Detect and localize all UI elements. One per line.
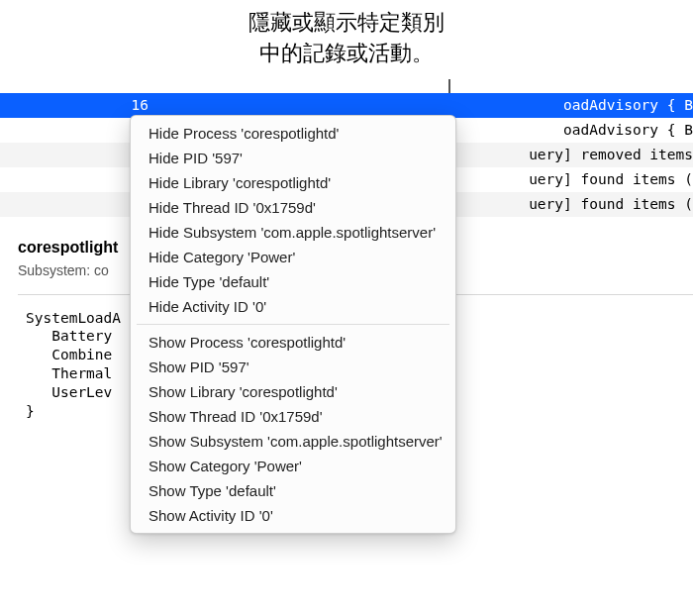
menu-show-thread-id[interactable]: Show Thread ID '0x1759d': [131, 404, 455, 429]
menu-show-process[interactable]: Show Process 'corespotlightd': [131, 330, 455, 355]
menu-show-category[interactable]: Show Category 'Power': [131, 454, 455, 478]
menu-hide-category[interactable]: Hide Category 'Power': [131, 245, 455, 269]
menu-show-activity-id[interactable]: Show Activity ID '0': [131, 503, 455, 528]
log-message-fragment: oadAdvisory { B: [553, 97, 693, 113]
menu-show-pid[interactable]: Show PID '597': [131, 355, 455, 379]
menu-separator: [137, 324, 449, 325]
menu-hide-pid[interactable]: Hide PID '597': [131, 146, 455, 170]
log-message-fragment: uery] removed items: [519, 147, 693, 162]
menu-hide-subsystem[interactable]: Hide Subsystem 'com.apple.spotlightserve…: [131, 220, 455, 245]
annotation-line-2: 中的記錄或活動。: [259, 41, 434, 65]
log-timestamp: 16: [0, 97, 158, 113]
log-row[interactable]: 16 oadAdvisory { B: [0, 93, 693, 118]
log-message-fragment: uery] found items (: [519, 171, 693, 187]
menu-hide-thread-id[interactable]: Hide Thread ID '0x1759d': [131, 195, 455, 220]
menu-hide-process[interactable]: Hide Process 'corespotlightd': [131, 121, 455, 146]
menu-show-type[interactable]: Show Type 'default': [131, 478, 455, 503]
menu-hide-activity-id[interactable]: Hide Activity ID '0': [131, 294, 455, 319]
context-menu: Hide Process 'corespotlightd' Hide PID '…: [130, 115, 456, 534]
menu-hide-library[interactable]: Hide Library 'corespotlightd': [131, 170, 455, 195]
menu-show-subsystem[interactable]: Show Subsystem 'com.apple.spotlightserve…: [131, 429, 455, 454]
log-message-fragment: uery] found items (: [519, 196, 693, 212]
menu-hide-type[interactable]: Hide Type 'default': [131, 269, 455, 294]
annotation-caption: 隱藏或顯示特定類別 中的記錄或活動。: [0, 0, 693, 73]
log-message-fragment: oadAdvisory { B: [553, 122, 693, 138]
annotation-line-1: 隱藏或顯示特定類別: [248, 10, 445, 35]
menu-show-library[interactable]: Show Library 'corespotlightd': [131, 379, 455, 404]
